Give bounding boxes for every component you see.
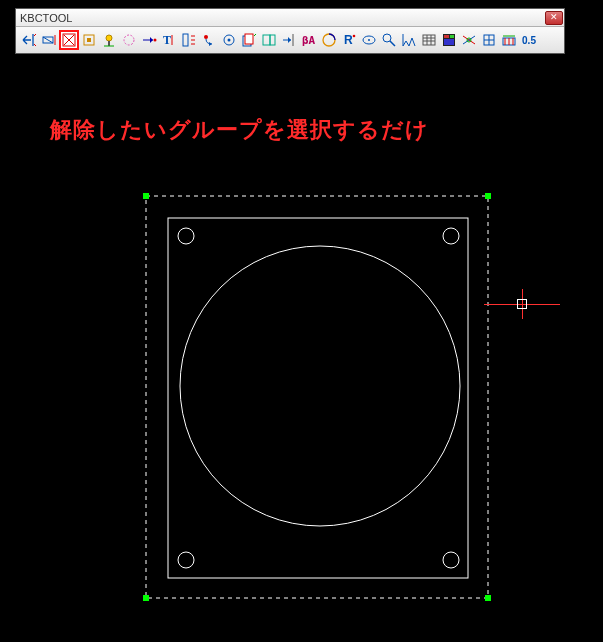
svg-point-33 [353, 35, 356, 38]
shape-corner-hole[interactable] [178, 552, 194, 568]
svg-rect-26 [263, 35, 270, 45]
selection-handle[interactable] [143, 193, 149, 199]
cad-canvas [0, 0, 603, 642]
annotation-text: 解除したいグループを選択するだけ [50, 115, 429, 145]
svg-point-36 [383, 34, 391, 42]
cursor-pickbox [517, 299, 527, 309]
svg-rect-9 [108, 41, 110, 46]
shape-corner-hole[interactable] [443, 552, 459, 568]
tool-3-ungroup[interactable] [59, 30, 79, 50]
tool-25[interactable] [499, 30, 519, 50]
tool-1[interactable] [19, 30, 39, 50]
tool-19[interactable] [379, 30, 399, 50]
svg-text:T: T [163, 33, 171, 47]
tool-11[interactable] [219, 30, 239, 50]
tool-4[interactable] [79, 30, 99, 50]
tool-12[interactable] [239, 30, 259, 50]
svg-rect-16 [183, 34, 188, 46]
tool-13[interactable] [259, 30, 279, 50]
tool-16[interactable] [319, 30, 339, 50]
svg-rect-45 [450, 35, 454, 38]
svg-point-35 [368, 39, 370, 41]
svg-point-8 [106, 35, 112, 41]
svg-rect-7 [87, 38, 91, 42]
shape-outer-square[interactable] [168, 218, 468, 578]
tool-10[interactable] [199, 30, 219, 50]
svg-line-25 [254, 34, 256, 36]
svg-rect-24 [245, 34, 253, 44]
tool-5[interactable] [99, 30, 119, 50]
selection-handle[interactable] [143, 595, 149, 601]
shape-corner-hole[interactable] [443, 228, 459, 244]
svg-rect-27 [270, 35, 275, 45]
svg-point-22 [228, 39, 231, 42]
tool-23[interactable] [459, 30, 479, 50]
tool-24[interactable] [479, 30, 499, 50]
shape-center-circle[interactable] [180, 246, 460, 526]
close-button[interactable]: ✕ [545, 11, 563, 25]
selection-handle[interactable] [485, 595, 491, 601]
tool-18[interactable] [359, 30, 379, 50]
kbctool-window: KBCTOOL ✕ [15, 8, 565, 54]
tool-6[interactable] [119, 30, 139, 50]
svg-point-13 [154, 39, 157, 42]
tool-2[interactable] [39, 30, 59, 50]
svg-line-37 [390, 41, 395, 46]
toolbar: T βA [16, 27, 564, 53]
tool-17[interactable]: R [339, 30, 359, 50]
tool-26[interactable]: 0.5 [519, 30, 539, 50]
tool-21[interactable] [419, 30, 439, 50]
tool-9[interactable] [179, 30, 199, 50]
svg-point-20 [204, 35, 208, 39]
window-title: KBCTOOL [20, 12, 72, 24]
tool-15[interactable]: βA [299, 30, 319, 50]
tool-14[interactable] [279, 30, 299, 50]
svg-rect-46 [444, 39, 454, 45]
tool-8[interactable]: T [159, 30, 179, 50]
tool-7[interactable] [139, 30, 159, 50]
close-icon: ✕ [550, 13, 558, 22]
svg-rect-44 [444, 35, 449, 38]
svg-text:βA: βA [302, 34, 316, 47]
tool-26-label: 0.5 [522, 35, 536, 46]
selection-handle[interactable] [485, 193, 491, 199]
tool-20[interactable] [399, 30, 419, 50]
svg-line-1 [43, 37, 53, 43]
tool-22[interactable] [439, 30, 459, 50]
selection-marquee [146, 196, 488, 598]
svg-text:R: R [344, 33, 353, 47]
svg-point-11 [124, 35, 134, 45]
shape-corner-hole[interactable] [178, 228, 194, 244]
titlebar[interactable]: KBCTOOL ✕ [16, 9, 564, 27]
svg-rect-38 [423, 35, 435, 45]
